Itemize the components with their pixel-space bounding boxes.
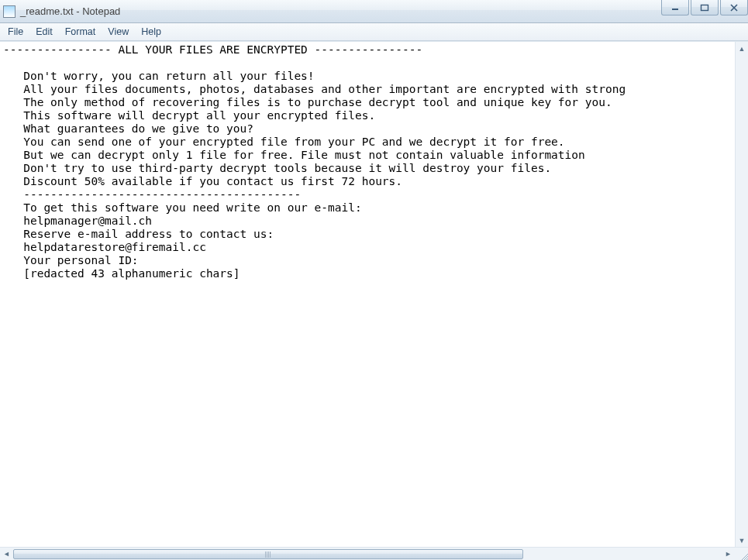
text-area[interactable]: ---------------- ALL YOUR FILES ARE ENCR… <box>0 42 735 547</box>
menubar: File Edit Format View Help <box>0 23 748 41</box>
svg-rect-1 <box>701 5 708 10</box>
menu-help[interactable]: Help <box>135 25 167 39</box>
scroll-left-button[interactable]: ◄ <box>0 548 13 561</box>
titlebar: _readme.txt - Notepad <box>0 0 748 23</box>
window-controls <box>660 0 748 17</box>
editor-container: ---------------- ALL YOUR FILES ARE ENCR… <box>0 41 748 560</box>
menu-format[interactable]: Format <box>59 25 102 39</box>
menu-view[interactable]: View <box>102 25 135 39</box>
maximize-button[interactable] <box>691 0 719 15</box>
window-title: _readme.txt - Notepad <box>20 5 120 17</box>
hscroll-thumb[interactable] <box>13 549 523 559</box>
resize-grip-icon <box>739 551 748 561</box>
menu-edit[interactable]: Edit <box>29 25 59 39</box>
close-button[interactable] <box>720 0 748 15</box>
arrow-right-icon: ► <box>725 550 732 558</box>
maximize-icon <box>700 4 709 12</box>
scroll-down-button[interactable]: ▼ <box>736 534 749 547</box>
hscroll-track[interactable] <box>13 548 722 560</box>
minimize-icon <box>670 4 680 12</box>
minimize-button[interactable] <box>661 0 689 15</box>
resize-corner[interactable] <box>735 548 748 561</box>
close-icon <box>729 4 739 12</box>
horizontal-scrollbar[interactable]: ◄ ► <box>0 547 748 560</box>
vertical-scrollbar[interactable]: ▲ ▼ <box>735 42 748 547</box>
arrow-left-icon: ◄ <box>3 550 10 558</box>
arrow-up-icon: ▲ <box>739 45 746 53</box>
thumb-grip-icon <box>265 551 271 558</box>
menu-file[interactable]: File <box>2 25 29 39</box>
arrow-down-icon: ▼ <box>739 537 746 545</box>
scroll-right-button[interactable]: ► <box>722 548 735 561</box>
svg-rect-0 <box>672 9 678 10</box>
notepad-icon <box>3 5 16 18</box>
scroll-up-button[interactable]: ▲ <box>736 42 749 55</box>
text-wrapper: ---------------- ALL YOUR FILES ARE ENCR… <box>0 42 748 547</box>
